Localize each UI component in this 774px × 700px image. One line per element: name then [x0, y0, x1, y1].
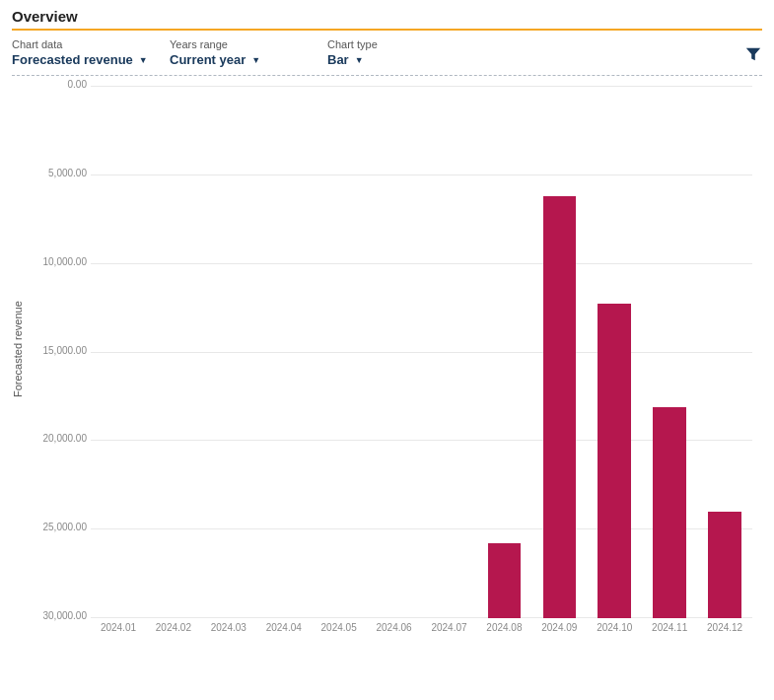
bar-col	[422, 86, 477, 618]
x-tick-label: 2024.03	[201, 622, 256, 633]
x-tick-label: 2024.08	[476, 622, 531, 633]
chart-data-arrow-icon: ▼	[139, 55, 148, 65]
years-range-value: Current year	[170, 52, 246, 67]
controls-bar: Chart data Forecasted revenue ▼ Years ra…	[12, 38, 762, 76]
bar-col	[367, 86, 422, 618]
title-bar: Overview	[12, 8, 762, 31]
x-tick-label: 2024.12	[697, 622, 752, 633]
y-tick-label: 10,000.00	[30, 256, 87, 267]
chart-data-dropdown[interactable]: Forecasted revenue ▼	[12, 52, 150, 67]
bar-col	[312, 86, 367, 618]
bar-col	[642, 86, 697, 618]
bar[interactable]	[653, 407, 686, 618]
svg-marker-0	[746, 48, 760, 61]
bar-col	[91, 86, 146, 618]
bar-col	[146, 86, 201, 618]
bar[interactable]	[708, 512, 741, 618]
x-tick-label: 2024.09	[531, 622, 587, 633]
bar-col	[256, 86, 312, 618]
x-tick-label: 2024.07	[422, 622, 477, 633]
years-range-dropdown[interactable]: Current year ▼	[170, 52, 308, 67]
x-axis: 2024.012024.022024.032024.042024.052024.…	[91, 622, 752, 633]
bar-col	[476, 86, 531, 618]
page-title: Overview	[12, 8, 762, 25]
bar[interactable]	[598, 304, 631, 618]
chart-type-control: Chart type Bar ▼	[327, 38, 465, 67]
chart-inner: 30,000.0025,000.0020,000.0015,000.0010,0…	[32, 86, 762, 633]
chart-plot: 30,000.0025,000.0020,000.0015,000.0010,0…	[32, 86, 762, 618]
y-tick-label: 30,000.00	[30, 610, 87, 621]
chart-data-value: Forecasted revenue	[12, 52, 133, 67]
chart-type-value: Bar	[327, 52, 349, 67]
y-tick-label: 0.00	[30, 79, 87, 90]
chart-type-dropdown[interactable]: Bar ▼	[327, 52, 465, 67]
chart-type-label: Chart type	[327, 38, 465, 50]
y-axis-label: Forecasted revenue	[12, 86, 30, 633]
x-tick-label: 2024.05	[312, 622, 367, 633]
x-tick-label: 2024.01	[91, 622, 146, 633]
chart-data-control: Chart data Forecasted revenue ▼	[12, 38, 150, 67]
bar-col	[531, 86, 587, 618]
years-range-arrow-icon: ▼	[251, 55, 260, 65]
x-tick-label: 2024.02	[146, 622, 201, 633]
bar-col	[697, 86, 752, 618]
x-tick-label: 2024.10	[587, 622, 642, 633]
years-range-control: Years range Current year ▼	[170, 38, 308, 67]
y-tick-label: 15,000.00	[30, 345, 87, 356]
y-tick-label: 25,000.00	[30, 522, 87, 532]
chart-type-arrow-icon: ▼	[355, 55, 364, 65]
bar-col	[587, 86, 642, 618]
chart-data-label: Chart data	[12, 38, 150, 50]
bar-col	[201, 86, 256, 618]
x-tick-label: 2024.11	[642, 622, 697, 633]
bar[interactable]	[488, 543, 522, 618]
x-tick-label: 2024.04	[256, 622, 312, 633]
filter-button[interactable]	[744, 45, 762, 67]
chart-area: Forecasted revenue 30,000.0025,000.0020,…	[12, 86, 762, 633]
x-tick-label: 2024.06	[367, 622, 422, 633]
page-container: Overview Chart data Forecasted revenue ▼…	[0, 0, 774, 641]
bars-container	[91, 86, 752, 618]
y-tick-label: 5,000.00	[30, 168, 87, 178]
years-range-label: Years range	[170, 38, 308, 50]
bar[interactable]	[543, 196, 577, 618]
filter-icon	[744, 45, 762, 63]
y-tick-label: 20,000.00	[30, 433, 87, 444]
